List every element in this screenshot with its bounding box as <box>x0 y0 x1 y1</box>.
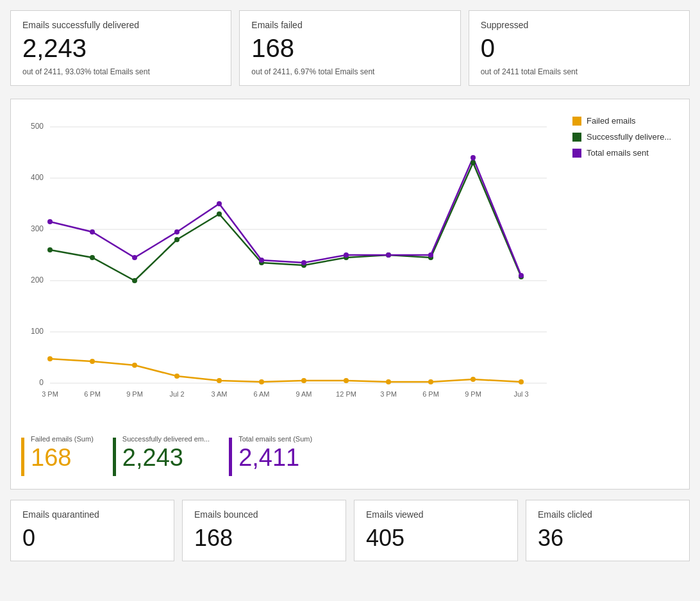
summary-delivered-content: Successfully delivered em... 2,243 <box>122 435 210 470</box>
summary-delivered-bar <box>113 438 116 476</box>
card-viewed-title: Emails viewed <box>366 509 506 520</box>
svg-text:12 PM: 12 PM <box>336 390 356 398</box>
summary-total: Total emails sent (Sum) 2,411 <box>229 435 312 476</box>
card-clicked: Emails clicled 36 <box>526 500 690 561</box>
svg-text:3 PM: 3 PM <box>42 390 58 398</box>
svg-text:9 PM: 9 PM <box>465 390 481 398</box>
orange-dot-5 <box>217 378 222 383</box>
svg-text:300: 300 <box>31 224 44 233</box>
summary-failed-label: Failed emails (Sum) <box>31 435 94 443</box>
legend-failed-color <box>572 117 581 126</box>
legend-delivered-color <box>572 133 581 142</box>
green-dot-2 <box>90 255 95 260</box>
orange-dot-12 <box>519 379 524 384</box>
svg-text:400: 400 <box>31 173 44 182</box>
svg-text:6 PM: 6 PM <box>422 390 439 398</box>
green-dot-5 <box>217 211 222 217</box>
legend-total: Total emails sent <box>572 148 679 158</box>
orange-dot-4 <box>174 374 179 379</box>
summary-failed-content: Failed emails (Sum) 168 <box>31 435 94 470</box>
card-failed-title: Emails failed <box>251 20 448 30</box>
legend-failed-label: Failed emails <box>587 116 636 126</box>
purple-dot-5 <box>217 201 222 206</box>
summary-total-content: Total emails sent (Sum) 2,411 <box>238 435 312 470</box>
chart-legend: Failed emails Successfully delivere... T… <box>560 110 679 164</box>
orange-dot-8 <box>344 378 349 383</box>
orange-dot-10 <box>428 379 433 384</box>
card-failed: Emails failed 168 out of 2411, 6.97% tot… <box>239 10 460 86</box>
purple-dot-10 <box>428 252 433 258</box>
svg-text:9 AM: 9 AM <box>296 390 312 398</box>
legend-total-label: Total emails sent <box>587 148 649 158</box>
card-suppressed-subtitle: out of 2411 total Emails sent <box>481 67 678 76</box>
orange-dot-1 <box>47 356 53 361</box>
chart-section: 500 400 300 200 100 0 <box>10 99 690 490</box>
summary-delivered-value: 2,243 <box>122 445 210 470</box>
orange-dot-7 <box>301 378 306 383</box>
legend-delivered-label: Successfully delivere... <box>587 132 671 142</box>
line-chart: 500 400 300 200 100 0 <box>21 110 560 417</box>
purple-dot-1 <box>47 219 53 224</box>
svg-text:500: 500 <box>31 122 44 131</box>
svg-text:3 AM: 3 AM <box>211 390 227 398</box>
orange-dot-3 <box>132 363 137 368</box>
green-dot-3 <box>132 278 137 283</box>
orange-dot-9 <box>386 379 391 384</box>
card-suppressed-value: 0 <box>481 34 678 62</box>
svg-text:Jul 3: Jul 3 <box>513 390 528 398</box>
purple-line <box>50 158 521 276</box>
chart-summary: Failed emails (Sum) 168 Successfully del… <box>21 426 679 479</box>
legend-total-color <box>572 149 581 158</box>
card-bounced: Emails bounced 168 <box>182 500 346 561</box>
card-quarantined: Emails quarantined 0 <box>10 500 174 561</box>
card-delivered-title: Emails successfully delivered <box>22 20 219 30</box>
purple-dot-7 <box>301 260 306 265</box>
top-cards-section: Emails successfully delivered 2,243 out … <box>10 10 690 86</box>
green-dot-1 <box>47 247 53 252</box>
purple-dot-3 <box>132 255 137 260</box>
purple-dot-8 <box>344 252 349 258</box>
card-bounced-value: 168 <box>194 525 334 552</box>
svg-text:0: 0 <box>39 378 44 387</box>
green-dot-4 <box>174 237 179 242</box>
card-failed-value: 168 <box>251 34 448 62</box>
purple-dot-11 <box>471 155 476 160</box>
summary-total-label: Total emails sent (Sum) <box>238 435 312 443</box>
card-delivered-value: 2,243 <box>22 34 219 62</box>
bottom-cards-section: Emails quarantined 0 Emails bounced 168 … <box>10 500 690 561</box>
legend-delivered: Successfully delivere... <box>572 132 679 142</box>
summary-failed-value: 168 <box>31 445 94 470</box>
legend-failed: Failed emails <box>572 116 679 126</box>
card-bounced-title: Emails bounced <box>194 509 334 520</box>
svg-text:6 PM: 6 PM <box>84 390 101 398</box>
summary-delivered: Successfully delivered em... 2,243 <box>113 435 210 476</box>
orange-dot-11 <box>471 377 476 382</box>
svg-text:200: 200 <box>31 276 44 284</box>
purple-dot-4 <box>174 229 179 235</box>
card-failed-subtitle: out of 2411, 6.97% total Emails sent <box>251 67 448 76</box>
card-viewed-value: 405 <box>366 525 506 552</box>
purple-dot-2 <box>90 229 95 235</box>
purple-dot-12 <box>519 273 524 278</box>
card-suppressed: Suppressed 0 out of 2411 total Emails se… <box>469 10 690 86</box>
summary-delivered-label: Successfully delivered em... <box>122 435 210 443</box>
summary-failed: Failed emails (Sum) 168 <box>21 435 94 476</box>
card-viewed: Emails viewed 405 <box>354 500 518 561</box>
green-line <box>50 163 521 281</box>
card-delivered-subtitle: out of 2411, 93.03% total Emails sent <box>22 67 219 76</box>
card-delivered: Emails successfully delivered 2,243 out … <box>10 10 231 86</box>
svg-text:3 PM: 3 PM <box>380 390 397 398</box>
orange-dot-6 <box>259 379 264 384</box>
purple-dot-6 <box>259 258 264 263</box>
summary-total-bar <box>229 438 232 476</box>
chart-area: 500 400 300 200 100 0 <box>21 110 560 420</box>
summary-failed-bar <box>21 438 24 476</box>
orange-dot-2 <box>90 359 95 364</box>
svg-text:6 AM: 6 AM <box>253 390 269 398</box>
card-clicked-title: Emails clicled <box>538 509 678 520</box>
card-suppressed-title: Suppressed <box>481 20 678 30</box>
svg-text:9 PM: 9 PM <box>126 390 143 398</box>
card-clicked-value: 36 <box>538 525 678 552</box>
orange-line <box>50 359 521 382</box>
svg-text:Jul 2: Jul 2 <box>169 390 184 398</box>
